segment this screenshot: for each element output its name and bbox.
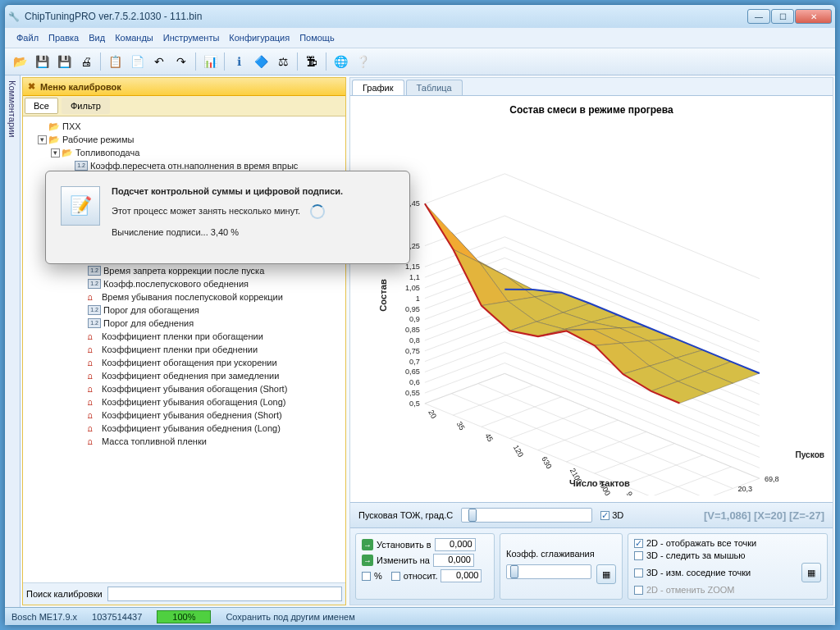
dialog-progress: Вычисление подписи... 3,40 % xyxy=(112,227,395,237)
titlebar[interactable]: 🔧 ChipTuningPRO ver.7.5.2.1030 - 111.bin… xyxy=(5,5,835,28)
tree-item[interactable]: ⩍Коэффициент обеднения при замедлении xyxy=(25,369,344,382)
dialog-title: Подсчет контрольной суммы и цифровой под… xyxy=(112,186,395,196)
info-icon[interactable]: ℹ xyxy=(229,52,249,71)
chart-area[interactable]: Состав смеси в режиме прогрева 0,50,550,… xyxy=(350,96,833,502)
maximize-button[interactable]: ☐ xyxy=(771,9,794,24)
tree-item[interactable]: ⩍Коэффициент обогащения при ускорении xyxy=(25,356,344,369)
panel-close-icon[interactable]: ✖ xyxy=(28,81,35,92)
opt3-checkbox[interactable] xyxy=(634,568,643,578)
tab-all[interactable]: Все xyxy=(25,98,58,114)
toolbar: 📂 💾 💾 🖨 📋 📄 ↶ ↷ 📊 ℹ 🔷 ⚖ 🗜 🌐 ❔ xyxy=(5,48,835,75)
status-sw: 1037514437 xyxy=(92,612,142,622)
tree-item[interactable]: 📂ПХХ xyxy=(25,120,344,133)
menu-help[interactable]: Помощь xyxy=(296,31,338,44)
open-icon[interactable]: 📂 xyxy=(10,52,30,71)
menu-bar: Файл Правка Вид Команды Инструменты Конф… xyxy=(5,28,835,48)
status-ecu: Bosch ME17.9.x xyxy=(11,612,77,622)
tree-item[interactable]: ▾📂Топливоподача xyxy=(25,146,344,159)
calibration-header: ✖ Меню калибровок xyxy=(23,78,345,96)
undo-icon[interactable]: ↶ xyxy=(149,52,169,71)
svg-text:0,9: 0,9 xyxy=(409,315,420,323)
svg-text:0,65: 0,65 xyxy=(405,368,420,376)
svg-text:0,75: 0,75 xyxy=(405,347,420,355)
change-arrow-icon[interactable]: → xyxy=(362,555,373,566)
menu-commands[interactable]: Команды xyxy=(112,31,157,44)
svg-text:Пусковая ТОЖ: Пусковая ТОЖ xyxy=(795,450,824,459)
svg-text:69,8: 69,8 xyxy=(765,475,779,483)
search-input[interactable] xyxy=(107,587,342,601)
saveas-icon[interactable]: 💾 xyxy=(54,52,74,71)
status-bar: Bosch ME17.9.x 1037514437 100% Сохранить… xyxy=(5,607,835,625)
tree-item[interactable]: ▾📂Рабочие режимы xyxy=(25,133,344,146)
redo-icon[interactable]: ↷ xyxy=(171,52,191,71)
compress-icon[interactable]: 🗜 xyxy=(302,52,322,71)
status-message: Сохранить под другим именем xyxy=(226,612,354,622)
tree-item[interactable]: 1.2Коэфф.послепускового обеднения xyxy=(25,277,344,290)
tree-item[interactable]: ⩍Коэффициент убывания обеднения (Short) xyxy=(25,409,344,422)
svg-text:0,55: 0,55 xyxy=(405,389,420,397)
checksum-icon[interactable]: 🔷 xyxy=(251,52,271,71)
analyze-icon[interactable]: 📊 xyxy=(200,52,220,71)
dialog-line1: Этот процесс может занять несколько мину… xyxy=(112,206,300,216)
pct-checkbox[interactable] xyxy=(362,572,371,581)
tree-item[interactable]: ⩍Коэффициент пленки при обогащении xyxy=(25,330,344,343)
menu-view[interactable]: Вид xyxy=(85,31,108,44)
set-label: Установить в xyxy=(377,540,431,550)
tree-item[interactable]: ⩍Коэффициент убывания обогащения (Short) xyxy=(25,382,344,395)
tree-item[interactable]: ⩍Масса топливной пленки xyxy=(25,435,344,448)
svg-text:Число тактов: Число тактов xyxy=(569,478,630,488)
menu-file[interactable]: Файл xyxy=(13,31,42,44)
tree-item[interactable]: ⩍Коэффициент убывания обеднения (Long) xyxy=(25,422,344,435)
help-icon[interactable]: ❔ xyxy=(353,52,372,71)
minimize-button[interactable]: — xyxy=(747,9,770,24)
web-icon[interactable]: 🌐 xyxy=(331,52,350,71)
status-percent: 100% xyxy=(157,610,211,623)
tab-chart[interactable]: График xyxy=(352,80,404,95)
chart-panel: График Таблица Состав смеси в режиме про… xyxy=(349,77,833,605)
change-value[interactable]: 0,000 xyxy=(433,554,474,567)
tree-item[interactable]: 1.2Порог для обеднения xyxy=(25,317,344,330)
rel-checkbox[interactable] xyxy=(391,572,400,581)
close-button[interactable]: ✕ xyxy=(795,9,832,24)
tree-item[interactable]: 1.2Время запрета коррекции после пуска xyxy=(25,264,344,277)
scale-icon[interactable]: ⚖ xyxy=(273,52,293,71)
axis-control-row: Пусковая ТОЖ, град.С ✓3D [V=1,086] [X=20… xyxy=(350,502,833,527)
set-arrow-icon[interactable]: → xyxy=(362,539,373,550)
menu-config[interactable]: Конфигурация xyxy=(226,31,293,44)
print-icon[interactable]: 🖨 xyxy=(76,52,96,71)
search-bar: Поиск калибровки xyxy=(23,582,345,605)
tab-filter[interactable]: Фильтр xyxy=(62,98,110,114)
copy-icon[interactable]: 📋 xyxy=(105,52,125,71)
panel-title: Меню калибровок xyxy=(40,82,121,92)
smooth-slider[interactable] xyxy=(506,564,591,579)
tab-table[interactable]: Таблица xyxy=(406,80,463,95)
tree-item[interactable]: ⩍Время убывания послепусковой коррекции xyxy=(25,290,344,304)
menu-edit[interactable]: Правка xyxy=(45,31,82,44)
grid-button[interactable]: ▦ xyxy=(801,563,821,582)
opt1-checkbox[interactable]: ✓ xyxy=(634,539,643,548)
svg-text:20,3: 20,3 xyxy=(737,485,752,493)
svg-text:630: 630 xyxy=(540,455,553,470)
opt2-checkbox[interactable] xyxy=(634,551,643,560)
tree-item[interactable]: ⩍Коэффициент пленки при обеднении xyxy=(25,343,344,356)
rel-value[interactable]: 0,000 xyxy=(441,569,482,582)
spinner-icon xyxy=(310,204,325,219)
svg-text:45: 45 xyxy=(483,431,495,443)
comments-tab[interactable]: Комментарии xyxy=(5,75,21,607)
smooth-label: Коэфф. сглаживания xyxy=(506,549,616,559)
save-icon[interactable]: 💾 xyxy=(32,52,52,71)
set-value[interactable]: 0,000 xyxy=(435,538,476,551)
checkbox-3d[interactable]: ✓3D xyxy=(600,510,623,520)
opt4-checkbox[interactable] xyxy=(634,586,643,595)
svg-text:20: 20 xyxy=(427,409,438,420)
menu-tools[interactable]: Инструменты xyxy=(160,31,223,44)
svg-marker-62 xyxy=(425,203,480,262)
dialog-icon: 📝 xyxy=(61,186,100,226)
tree-item[interactable]: ⩍Коэффициент убывания обогащения (Long) xyxy=(25,395,344,409)
paste-icon[interactable]: 📄 xyxy=(127,52,147,71)
svg-text:Состав: Состав xyxy=(378,279,388,312)
tree-item[interactable]: 1.2Порог для обогащения xyxy=(25,304,344,317)
apply-smooth-button[interactable]: ▦ xyxy=(596,564,616,584)
slider-label: Пусковая ТОЖ, град.С xyxy=(358,510,453,520)
axis-slider[interactable] xyxy=(461,508,592,523)
